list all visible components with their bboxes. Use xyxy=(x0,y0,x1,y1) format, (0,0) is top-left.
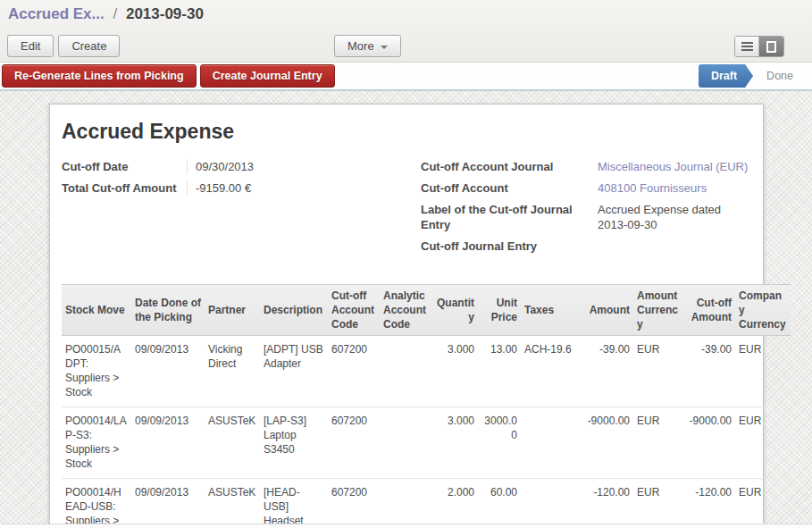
create-journal-entry-button[interactable]: Create Journal Entry xyxy=(200,64,335,88)
table-cell: 09/09/2013 xyxy=(131,407,205,478)
form-header-bar: Re-Generate Lines from PickingCreate Jou… xyxy=(0,63,812,91)
table-cell: 607200 xyxy=(328,407,380,478)
column-header[interactable]: Unit Price xyxy=(478,292,521,328)
status-done[interactable]: Done xyxy=(753,64,807,88)
table-cell: 60.00 xyxy=(478,479,521,528)
table-cell: -39.00 xyxy=(578,336,633,406)
field-value-link[interactable]: 408100 Fournisseurs xyxy=(598,180,751,196)
view-switcher xyxy=(734,36,784,57)
list-view-button[interactable] xyxy=(735,37,759,56)
record-actions: Edit Create xyxy=(7,35,120,57)
table-cell: EUR xyxy=(735,336,765,406)
more-dropdown-button[interactable]: More xyxy=(334,35,401,57)
table-cell: 2.000 xyxy=(430,479,478,528)
table-cell: PO00014/HEAD-USB: Suppliers > Stock xyxy=(62,479,131,528)
table-cell: EUR xyxy=(633,479,685,528)
column-header[interactable]: Company Currency xyxy=(735,285,791,335)
table-cell: EUR xyxy=(735,479,765,528)
create-button[interactable]: Create xyxy=(58,35,120,57)
status-draft[interactable]: Draft xyxy=(699,64,753,88)
bottom-strip xyxy=(0,524,812,528)
edit-button[interactable]: Edit xyxy=(7,35,54,57)
breadcrumb: Accrued Ex... / 2013-09-30 xyxy=(8,5,204,23)
table-cell: -9000.00 xyxy=(578,407,633,478)
table-cell: [ADPT] USB Adapter xyxy=(260,336,328,406)
table-row[interactable]: PO00015/ADPT: Suppliers > Stock09/09/201… xyxy=(62,336,765,407)
field-value: Accrued Expense dated 2013-09-30 xyxy=(598,202,751,232)
field-value: 09/30/2013 xyxy=(187,159,392,174)
page-title: Accrued Expense xyxy=(62,120,763,144)
field-row-right-1: Cut-off Account408100 Fournisseurs xyxy=(421,180,756,196)
table-header-row: Stock MoveDate Done of the PickingPartne… xyxy=(62,284,791,336)
field-value xyxy=(598,239,751,254)
table-cell: ASUSTeK xyxy=(205,479,260,528)
table-cell: [HEAD-USB] Headset USB xyxy=(260,479,328,528)
field-label: Cut-off Date xyxy=(62,159,187,174)
chevron-down-icon xyxy=(381,46,388,49)
field-row-left-1: Total Cut-off Amount-9159.00 € xyxy=(62,180,401,196)
field-row-left-0: Cut-off Date09/30/2013 xyxy=(62,159,401,174)
field-label: Cut-off Account Journal xyxy=(421,159,598,174)
form-sheet: Accrued Expense Cut-off Date09/30/2013To… xyxy=(49,104,764,528)
form-content-area: Accrued Expense Cut-off Date09/30/2013To… xyxy=(0,91,812,528)
table-row[interactable]: PO00014/HEAD-USB: Suppliers > Stock09/09… xyxy=(62,479,765,528)
table-cell: ACH-19.6 xyxy=(521,336,578,406)
column-header[interactable]: Description xyxy=(260,299,328,321)
field-value-link[interactable]: Miscellaneous Journal (EUR) xyxy=(598,159,751,174)
table-cell: 3.000 xyxy=(430,336,478,406)
field-row-right-2: Label of the Cut-off Journal EntryAccrue… xyxy=(421,202,756,232)
table-cell: -9000.00 xyxy=(685,407,735,478)
field-label: Cut-off Journal Entry xyxy=(421,239,598,254)
table-cell: 09/09/2013 xyxy=(131,479,205,528)
table-cell xyxy=(380,407,430,478)
field-group-right: Cut-off Account JournalMiscellaneous Jou… xyxy=(421,159,756,260)
column-header[interactable]: Analytic Account Code xyxy=(380,285,430,335)
form-icon xyxy=(766,41,776,53)
column-header[interactable]: Partner xyxy=(205,299,260,321)
column-header[interactable]: Amount Currency xyxy=(633,285,685,335)
table-cell: -39.00 xyxy=(685,336,735,406)
field-label: Cut-off Account xyxy=(421,180,598,196)
table-cell: 607200 xyxy=(328,336,380,406)
column-header[interactable]: Cut-off Account Code xyxy=(328,285,380,335)
column-header[interactable]: Amount xyxy=(578,299,633,321)
table-cell: PO00015/ADPT: Suppliers > Stock xyxy=(62,336,131,406)
table-cell: EUR xyxy=(735,407,765,478)
column-header[interactable]: Date Done of the Picking xyxy=(131,292,205,328)
column-header[interactable]: Quantity xyxy=(430,292,478,328)
column-header[interactable]: Stock Move xyxy=(62,299,131,321)
table-cell xyxy=(380,479,430,528)
field-label: Label of the Cut-off Journal Entry xyxy=(421,202,598,232)
field-groups: Cut-off Date09/30/2013Total Cut-off Amou… xyxy=(50,159,763,260)
table-cell: ASUSTeK xyxy=(205,407,260,478)
table-cell: EUR xyxy=(633,407,685,478)
table-cell: [LAP-S3] Laptop S3450 xyxy=(260,407,328,478)
column-header[interactable]: Cut-off Amount xyxy=(685,292,735,328)
field-value: -9159.00 € xyxy=(187,180,392,196)
table-cell: EUR xyxy=(633,336,685,406)
table-cell: 13.00 xyxy=(478,336,521,406)
table-cell: -120.00 xyxy=(685,479,735,528)
form-view-button[interactable] xyxy=(759,37,783,56)
more-label: More xyxy=(347,39,374,53)
table-cell: 3.000 xyxy=(430,407,478,478)
table-cell xyxy=(380,336,430,406)
action-buttons: Re-Generate Lines from PickingCreate Jou… xyxy=(2,64,339,88)
list-icon xyxy=(741,42,753,51)
regenerate-lines-button[interactable]: Re-Generate Lines from Picking xyxy=(2,64,197,88)
table-cell: 09/09/2013 xyxy=(131,336,205,406)
breadcrumb-separator: / xyxy=(113,5,117,22)
breadcrumb-parent-link[interactable]: Accrued Ex... xyxy=(8,5,105,22)
table-body: PO00015/ADPT: Suppliers > Stock09/09/201… xyxy=(62,336,765,528)
table-cell: 3000.00 xyxy=(478,407,521,478)
column-header[interactable]: Taxes xyxy=(521,299,578,321)
table-cell xyxy=(521,407,578,478)
table-cell: -120.00 xyxy=(578,479,633,528)
field-group-left: Cut-off Date09/30/2013Total Cut-off Amou… xyxy=(62,159,401,260)
cutoff-lines-table: Stock MoveDate Done of the PickingPartne… xyxy=(62,284,763,528)
table-cell: Vicking Direct xyxy=(205,336,260,406)
table-cell: PO00014/LAP-S3: Suppliers > Stock xyxy=(62,407,131,478)
field-label: Total Cut-off Amount xyxy=(62,180,187,196)
table-row[interactable]: PO00014/LAP-S3: Suppliers > Stock09/09/2… xyxy=(62,407,765,479)
top-bar: Accrued Ex... / 2013-09-30 Edit Create M… xyxy=(0,0,812,63)
